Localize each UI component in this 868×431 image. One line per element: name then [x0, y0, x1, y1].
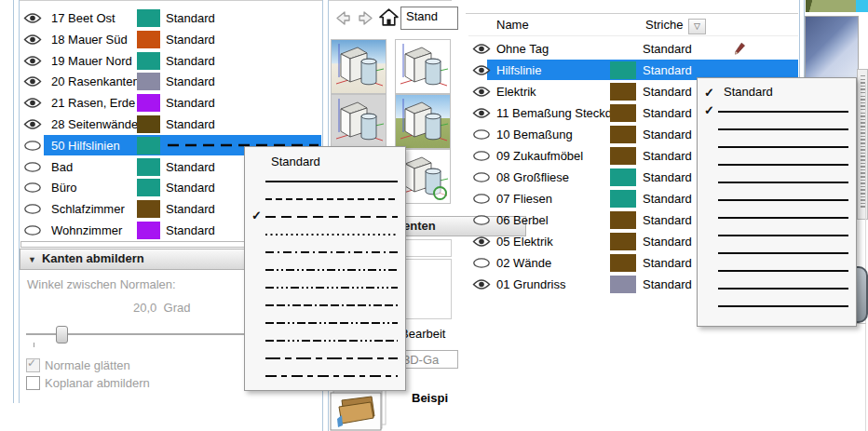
- color-swatch[interactable]: [610, 61, 636, 79]
- menu-item-dash-pattern[interactable]: [698, 226, 856, 244]
- menu-item-dash-pattern[interactable]: [245, 261, 405, 278]
- line-style-value[interactable]: Standard: [166, 54, 215, 68]
- layer-row[interactable]: 20 RasenkantenStandard: [20, 71, 321, 92]
- menu-item-dash-pattern[interactable]: [245, 278, 405, 296]
- line-style-value[interactable]: Standard: [643, 213, 692, 227]
- color-swatch[interactable]: [610, 233, 636, 250]
- eye-hidden-icon[interactable]: [472, 257, 491, 269]
- line-style-value[interactable]: Standard: [643, 149, 692, 163]
- color-swatch[interactable]: [610, 83, 636, 101]
- column-header-name[interactable]: Name: [496, 18, 529, 32]
- menu-item-dash-pattern[interactable]: [698, 191, 856, 209]
- eye-visible-icon[interactable]: [23, 118, 42, 130]
- menu-item-dash-pattern[interactable]: [698, 155, 856, 173]
- line-style-value[interactable]: Standard: [643, 170, 692, 184]
- eye-hidden-icon[interactable]: [23, 203, 42, 215]
- eye-visible-icon[interactable]: [472, 86, 491, 98]
- component-thumbnail[interactable]: [395, 94, 451, 149]
- sky-material-thumbnail[interactable]: [805, 16, 859, 86]
- color-swatch[interactable]: [610, 211, 636, 229]
- color-swatch[interactable]: [137, 137, 160, 155]
- color-swatch[interactable]: [610, 254, 636, 272]
- line-style-value[interactable]: Standard: [643, 277, 692, 291]
- menu-item-dash-pattern[interactable]: [698, 173, 856, 191]
- eye-visible-icon[interactable]: [23, 12, 42, 24]
- component-thumbnail[interactable]: [395, 39, 451, 94]
- line-style-value[interactable]: Standard: [166, 33, 215, 47]
- menu-item-dash-pattern[interactable]: [698, 279, 856, 297]
- material-thumbnail-partial[interactable]: [806, 0, 857, 12]
- eye-hidden-icon[interactable]: [23, 224, 42, 236]
- menu-item-dash-pattern[interactable]: [698, 120, 856, 138]
- gallery-select[interactable]: 3D-Ga: [398, 350, 458, 369]
- color-swatch[interactable]: [610, 168, 636, 186]
- line-style-value[interactable]: Standard: [166, 74, 215, 88]
- line-style-value[interactable]: Standard: [166, 11, 215, 25]
- pencil-icon[interactable]: [732, 41, 748, 57]
- menu-item-dash-pattern[interactable]: [245, 296, 405, 314]
- color-swatch[interactable]: [137, 73, 160, 90]
- column-header-strokes[interactable]: Striche: [645, 18, 683, 32]
- menu-item-dash-pattern[interactable]: [245, 225, 405, 243]
- line-style-value[interactable]: Standard: [643, 256, 692, 270]
- eye-visible-icon[interactable]: [23, 97, 42, 109]
- menu-item-dash-pattern[interactable]: [698, 262, 856, 279]
- eye-visible-icon[interactable]: [472, 236, 491, 248]
- menu-item-dash-pattern[interactable]: [698, 138, 856, 155]
- component-thumbnail[interactable]: [331, 39, 387, 94]
- line-style-value[interactable]: Standard: [643, 106, 692, 120]
- collection-search-input[interactable]: Stand: [400, 7, 458, 30]
- color-swatch[interactable]: [137, 94, 160, 112]
- strokes-filter-button[interactable]: ▽: [688, 19, 706, 34]
- left-splitter[interactable]: [13, 0, 20, 403]
- back-button[interactable]: [331, 7, 353, 29]
- line-style-value[interactable]: Standard: [166, 96, 215, 110]
- layer-row[interactable]: 21 Rasen, ErdeStandard: [20, 92, 321, 114]
- forward-button[interactable]: [355, 7, 377, 29]
- color-swatch[interactable]: [137, 115, 160, 133]
- edit-tab-label[interactable]: Bearbeit: [400, 327, 445, 341]
- color-swatch[interactable]: [610, 104, 636, 122]
- menu-item-dash-pattern[interactable]: [245, 367, 405, 384]
- soften-coplanar-checkbox[interactable]: [26, 376, 40, 390]
- eye-visible-icon[interactable]: [472, 64, 491, 76]
- line-style-value[interactable]: Standard: [166, 160, 215, 174]
- menu-item-dash-pattern[interactable]: [245, 190, 405, 208]
- line-style-value[interactable]: Standard: [643, 85, 692, 99]
- menu-item-dash-pattern[interactable]: ✓: [245, 208, 405, 225]
- eye-visible-icon[interactable]: [23, 75, 42, 88]
- color-swatch[interactable]: [137, 200, 160, 218]
- line-style-value[interactable]: Standard: [166, 202, 215, 216]
- component-thumbnail[interactable]: [331, 94, 387, 149]
- color-swatch[interactable]: [610, 147, 636, 165]
- color-swatch[interactable]: [137, 9, 160, 27]
- eye-hidden-icon[interactable]: [472, 193, 491, 205]
- menu-item-dash-pattern[interactable]: ✓: [698, 102, 856, 120]
- line-style-value[interactable]: Standard: [643, 63, 692, 77]
- eye-visible-icon[interactable]: [23, 34, 42, 46]
- color-swatch[interactable]: [137, 222, 160, 239]
- line-style-value[interactable]: Standard: [643, 192, 692, 206]
- samples-folder-thumbnail[interactable]: [330, 388, 389, 431]
- eye-visible-icon[interactable]: [472, 43, 491, 55]
- eye-visible-icon[interactable]: [472, 278, 491, 290]
- menu-item-standard[interactable]: Standard: [245, 152, 405, 172]
- eye-hidden-icon[interactable]: [23, 182, 42, 194]
- menu-item-dash-pattern[interactable]: [245, 331, 405, 349]
- angle-slider-thumb[interactable]: [56, 326, 68, 343]
- eye-hidden-icon[interactable]: [23, 140, 42, 152]
- color-chip-cyan[interactable]: [856, 0, 868, 12]
- line-style-value[interactable]: Standard: [643, 128, 692, 141]
- menu-item-dash-pattern[interactable]: [698, 209, 856, 226]
- menu-item-dash-pattern[interactable]: [245, 172, 405, 190]
- color-swatch[interactable]: [610, 190, 636, 208]
- color-swatch[interactable]: [610, 276, 636, 293]
- line-style-value[interactable]: Standard: [166, 181, 215, 195]
- line-style-value[interactable]: Standard: [166, 117, 215, 131]
- color-swatch[interactable]: [137, 31, 160, 48]
- layer-row[interactable]: 28 SeitenwändeStandard: [20, 114, 321, 135]
- menu-item-dash-pattern[interactable]: [245, 243, 405, 261]
- line-style-value[interactable]: Standard: [166, 223, 215, 237]
- color-swatch[interactable]: [137, 179, 160, 196]
- eye-hidden-icon[interactable]: [472, 128, 491, 141]
